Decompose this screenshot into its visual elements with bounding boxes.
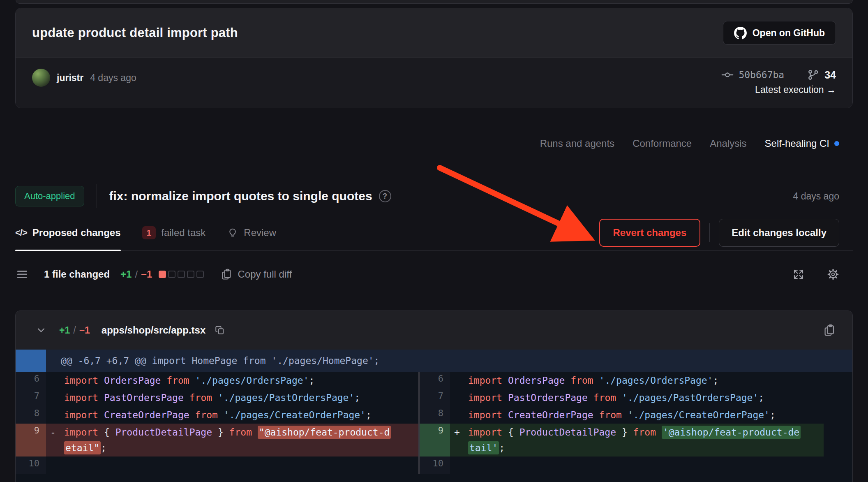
file-stats-separator: / — [73, 325, 76, 336]
github-icon — [734, 27, 747, 39]
tab-failed-task-label: failed task — [161, 227, 205, 239]
tab-conformance[interactable]: Conformance — [633, 138, 692, 149]
settings-button[interactable] — [827, 268, 839, 280]
fix-header: Auto-applied fix: normalize import quote… — [15, 181, 853, 211]
gear-icon — [827, 268, 839, 280]
diff-line-right-10: 10 — [420, 457, 824, 474]
commit-card-header: update product detail import path Open o… — [16, 8, 852, 58]
diff-stats: +1 / −1 — [120, 269, 152, 280]
avatar[interactable] — [32, 69, 50, 87]
deletions-count: −1 — [141, 269, 152, 280]
vertical-divider — [97, 184, 97, 208]
failed-task-count-badge: 1 — [142, 226, 156, 239]
hunk-header: @@ -6,7 +6,7 @@ import HomePage from './… — [16, 350, 852, 372]
open-on-github-button[interactable]: Open on GitHub — [723, 21, 836, 45]
author-name: juristr — [57, 72, 83, 83]
clipboard-icon — [220, 268, 233, 280]
diff-line-right-7: 7import PastOrdersPage from './pages/Pas… — [420, 389, 824, 406]
commit-time-ago: 4 days ago — [90, 72, 136, 83]
chevron-down-icon — [35, 324, 47, 336]
button-divider — [709, 223, 710, 242]
tab-proposed-changes[interactable]: </> Proposed changes — [15, 215, 121, 250]
tab-self-healing-ci[interactable]: Self-healing CI — [765, 138, 839, 149]
file-list-menu-icon[interactable] — [15, 268, 29, 280]
file-diff-stats: +1 / −1 — [59, 325, 90, 336]
commit-card: update product detail import path Open o… — [15, 8, 853, 108]
expand-icon — [792, 268, 805, 280]
file-path: apps/shop/src/app.tsx — [102, 324, 205, 336]
diff-panel-left: 6import OrdersPage from './pages/OrdersP… — [16, 372, 418, 474]
page-nav-tabs: Runs and agents Conformance Analysis Sel… — [15, 138, 853, 149]
diff-line-left-10: 10 — [16, 457, 418, 474]
commit-meta: 50b667ba 34 Latest execution → — [721, 69, 836, 95]
stats-separator: / — [135, 269, 138, 280]
execution-count-item[interactable]: 34 — [807, 69, 836, 81]
tab-analysis[interactable]: Analysis — [710, 138, 746, 149]
tab-review[interactable]: Review — [227, 215, 276, 250]
fullscreen-button[interactable] — [792, 268, 805, 280]
diff-ratio-block — [159, 271, 166, 278]
tab-self-healing-ci-label: Self-healing CI — [765, 138, 829, 149]
copy-full-diff-label: Copy full diff — [238, 269, 292, 280]
execution-number: 34 — [824, 69, 836, 81]
file-deletions: −1 — [79, 325, 90, 336]
diff-ratio-block — [178, 271, 185, 278]
fix-title: fix: normalize import quotes to single q… — [109, 189, 372, 203]
latest-execution-link[interactable]: Latest execution → — [755, 84, 836, 95]
diff-file-header: +1 / −1 apps/shop/src/app.tsx — [16, 311, 852, 350]
lightbulb-icon — [227, 227, 238, 239]
commit-title: update product detail import path — [32, 25, 238, 40]
tab-review-label: Review — [244, 227, 276, 239]
clipboard-icon — [823, 324, 836, 337]
diff-ratio-block — [196, 271, 204, 278]
revert-changes-button[interactable]: Revert changes — [599, 219, 701, 247]
edit-changes-locally-button[interactable]: Edit changes locally — [719, 219, 839, 247]
diff-line-right-8: 8import CreateOrderPage from './pages/Cr… — [420, 406, 824, 424]
commit-card-body: juristr 4 days ago 50b667ba 34 — [16, 58, 852, 108]
diff-ratio-blocks — [159, 271, 204, 278]
tab-failed-task[interactable]: 1 failed task — [142, 215, 206, 250]
fix-tabs-row: </> Proposed changes 1 failed task Revie… — [15, 215, 853, 251]
diff-ratio-block — [187, 271, 194, 278]
files-changed-label: 1 file changed — [44, 269, 110, 280]
diff-line-left-7: 7import PastOrdersPage from './pages/Pas… — [16, 389, 418, 406]
diff-toolbar: 1 file changed +1 / −1 Copy full diff — [15, 263, 853, 286]
open-on-github-label: Open on GitHub — [753, 28, 825, 39]
file-additions: +1 — [59, 325, 70, 336]
notification-dot — [834, 141, 839, 146]
diff-line-right-9: 9+import { ProductDetailPage } from '@ai… — [420, 424, 824, 457]
diff-body: 6import OrdersPage from './pages/OrdersP… — [16, 372, 852, 474]
tab-runs-and-agents[interactable]: Runs and agents — [540, 138, 614, 149]
code-filler — [16, 474, 852, 482]
fix-time-ago: 4 days ago — [793, 191, 853, 202]
commit-sha-item[interactable]: 50b667ba — [721, 69, 784, 81]
diff-panel-right: 6import OrdersPage from './pages/OrdersP… — [418, 372, 824, 474]
page: update product detail import path Open o… — [0, 0, 868, 482]
code-icon: </> — [15, 227, 27, 238]
git-branch-icon — [807, 69, 820, 81]
diff-file-card: +1 / −1 apps/shop/src/app.tsx @@ -6,7 +6… — [15, 311, 853, 482]
tab-proposed-changes-label: Proposed changes — [32, 227, 121, 239]
git-commit-icon — [721, 69, 734, 81]
hunk-header-text: @@ -6,7 +6,7 @@ import HomePage from './… — [46, 350, 379, 372]
diff-line-left-6: 6import OrdersPage from './pages/OrdersP… — [16, 372, 418, 389]
diff-line-left-9: 9-import { ProductDetailPage } from "@ai… — [16, 424, 418, 457]
help-icon[interactable]: ? — [379, 190, 391, 202]
collapse-file-button[interactable] — [35, 324, 47, 336]
cutoff-card-sliver — [16, 0, 853, 4]
diff-ratio-block — [168, 271, 175, 278]
copy-path-button[interactable] — [215, 325, 225, 336]
copy-icon — [215, 325, 225, 336]
diff-line-right-6: 6import OrdersPage from './pages/OrdersP… — [420, 372, 824, 389]
auto-applied-badge: Auto-applied — [15, 186, 84, 206]
additions-count: +1 — [120, 269, 132, 280]
hunk-gutter — [16, 350, 46, 372]
author-row: juristr 4 days ago — [32, 69, 136, 87]
commit-sha: 50b667ba — [739, 70, 784, 80]
copy-file-diff-button[interactable] — [823, 324, 836, 337]
copy-full-diff-button[interactable]: Copy full diff — [220, 268, 292, 280]
diff-line-left-8: 8import CreateOrderPage from './pages/Cr… — [16, 406, 418, 424]
